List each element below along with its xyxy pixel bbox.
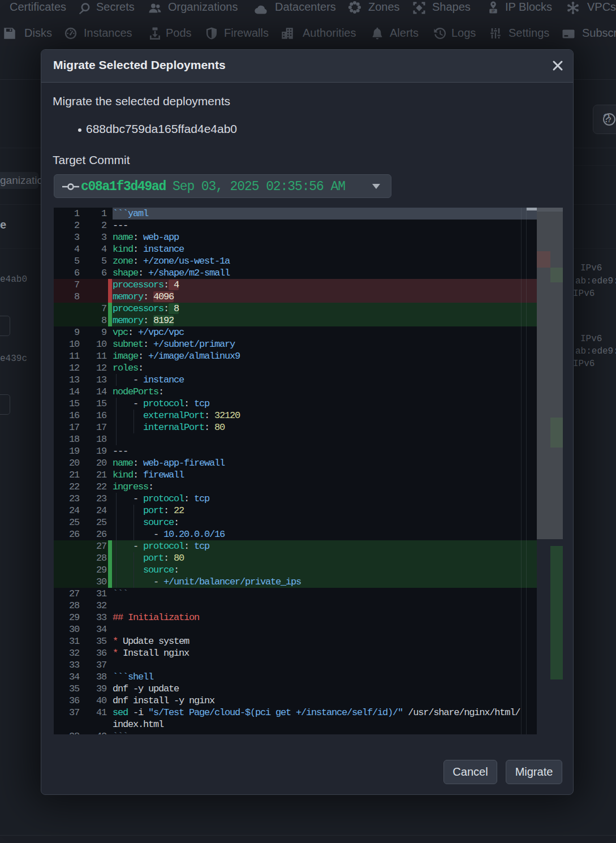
svg-text:?: ?	[607, 115, 611, 124]
svg-text:IP: IP	[492, 9, 495, 13]
